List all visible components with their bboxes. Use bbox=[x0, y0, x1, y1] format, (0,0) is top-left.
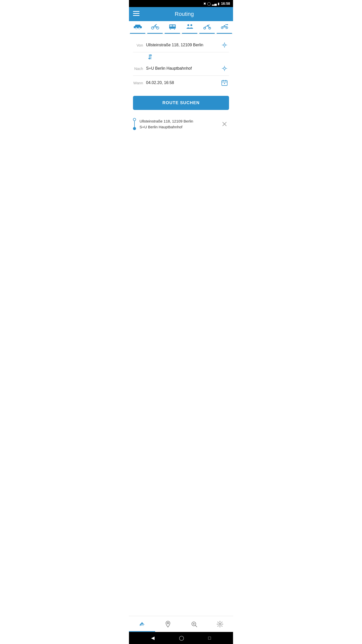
bicycle-icon bbox=[151, 24, 160, 31]
to-label: Nach bbox=[133, 66, 146, 71]
tab-bike-share[interactable] bbox=[216, 21, 233, 34]
origin-dot bbox=[133, 118, 136, 121]
routing-form: Von Ullsteinstraße 118, 12109 Berlin Nac… bbox=[129, 34, 233, 92]
route-search-button[interactable]: ROUTE SUCHEN bbox=[133, 96, 229, 110]
transport-tabs bbox=[129, 21, 233, 34]
bottom-nav bbox=[129, 616, 233, 632]
moped-icon bbox=[203, 24, 212, 31]
search-map-nav-icon bbox=[191, 621, 198, 628]
status-bar: ✖ ◯ ▂▄ ▮ 16:58 bbox=[129, 0, 233, 7]
svg-point-17 bbox=[207, 25, 208, 26]
svg-point-38 bbox=[224, 83, 225, 84]
search-button-wrap: ROUTE SUCHEN bbox=[129, 92, 233, 114]
car-icon bbox=[133, 24, 142, 31]
when-row: Wann 04.02.20, 16:58 bbox=[133, 76, 229, 90]
route-addresses: Ullsteinstraße 118, 12109 Berlin S+U Ber… bbox=[140, 119, 220, 129]
route-result: Ullsteinstraße 118, 12109 Berlin S+U Ber… bbox=[129, 114, 233, 134]
route-line bbox=[134, 121, 135, 124]
tab-bicycle[interactable] bbox=[146, 21, 164, 34]
svg-rect-1 bbox=[133, 13, 140, 14]
android-recent-button[interactable]: □ bbox=[208, 635, 211, 641]
tab-carpool[interactable] bbox=[181, 21, 198, 34]
calendar-button[interactable] bbox=[220, 78, 229, 87]
tab-bus[interactable] bbox=[164, 21, 181, 34]
status-bar-time: 16:58 bbox=[221, 2, 230, 6]
bluetooth-icon: ✖ bbox=[203, 2, 206, 6]
notification-icon: ◯ bbox=[207, 2, 211, 6]
from-label: Von bbox=[133, 43, 146, 47]
settings-nav-icon bbox=[216, 621, 223, 628]
svg-point-48 bbox=[219, 623, 221, 625]
destination-dot bbox=[133, 127, 136, 130]
svg-point-14 bbox=[190, 24, 192, 26]
svg-point-43 bbox=[167, 622, 169, 624]
svg-rect-9 bbox=[170, 25, 172, 27]
svg-point-11 bbox=[170, 28, 171, 30]
svg-point-4 bbox=[139, 27, 140, 29]
svg-point-12 bbox=[174, 28, 175, 30]
battery-icon: ▮ bbox=[218, 2, 219, 6]
bus-icon bbox=[168, 24, 177, 31]
swap-row bbox=[133, 52, 229, 61]
menu-button[interactable] bbox=[133, 11, 140, 17]
when-input[interactable]: 04.02.20, 16:58 bbox=[146, 80, 220, 85]
from-row: Von Ullsteinstraße 118, 12109 Berlin bbox=[133, 38, 229, 52]
to-location-button[interactable] bbox=[220, 64, 229, 73]
nav-routing[interactable] bbox=[129, 616, 155, 632]
nav-settings[interactable] bbox=[207, 616, 233, 632]
result-from-address: Ullsteinstraße 118, 12109 Berlin bbox=[140, 119, 220, 123]
to-input[interactable]: S+U Berlin Hauptbahnhof bbox=[146, 66, 220, 71]
signal-icon: ▂▄ bbox=[212, 2, 217, 6]
app-header: Routing bbox=[129, 7, 233, 21]
svg-line-45 bbox=[195, 625, 197, 627]
to-row: Nach S+U Berlin Hauptbahnhof bbox=[133, 61, 229, 76]
location-nav-icon bbox=[164, 621, 171, 628]
result-to-address: S+U Berlin Hauptbahnhof bbox=[140, 125, 220, 129]
page-title: Routing bbox=[140, 11, 229, 17]
route-line-2 bbox=[134, 124, 135, 127]
svg-point-13 bbox=[187, 24, 189, 26]
swap-button[interactable] bbox=[146, 53, 154, 61]
android-nav: ◀ ◯ □ bbox=[129, 632, 233, 644]
svg-point-29 bbox=[223, 67, 225, 69]
svg-point-3 bbox=[135, 27, 137, 29]
when-label: Wann bbox=[133, 81, 146, 85]
bike-share-icon bbox=[220, 24, 229, 31]
svg-rect-10 bbox=[173, 25, 175, 27]
close-result-button[interactable] bbox=[220, 119, 229, 129]
from-input[interactable]: Ullsteinstraße 118, 12109 Berlin bbox=[146, 43, 220, 47]
nav-location[interactable] bbox=[155, 616, 181, 632]
carpool-icon bbox=[185, 24, 194, 31]
svg-rect-2 bbox=[133, 15, 140, 16]
from-location-button[interactable] bbox=[220, 41, 229, 50]
svg-point-24 bbox=[223, 44, 225, 46]
nav-search-map[interactable] bbox=[181, 616, 207, 632]
android-home-button[interactable]: ◯ bbox=[179, 635, 184, 641]
status-icons: ✖ ◯ ▂▄ ▮ bbox=[203, 2, 219, 6]
svg-rect-0 bbox=[133, 11, 140, 12]
tab-car[interactable] bbox=[129, 21, 146, 34]
routing-nav-icon bbox=[139, 621, 146, 628]
route-dots bbox=[133, 118, 136, 130]
android-back-button[interactable]: ◀ bbox=[151, 635, 155, 641]
tab-moped[interactable] bbox=[198, 21, 216, 34]
